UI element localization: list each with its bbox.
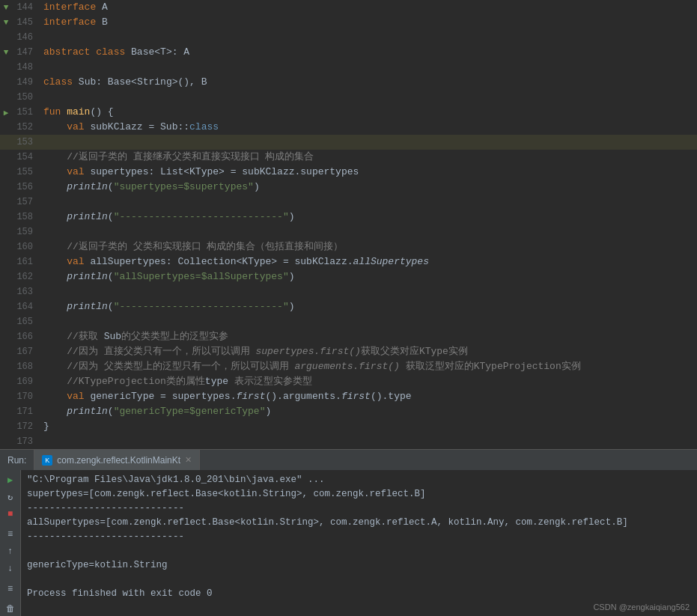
line-num-144: 144 (13, 2, 33, 13)
code-line-153: 153 (0, 135, 697, 150)
run-label: Run: (0, 450, 34, 470)
scroll-up-button[interactable]: ↑ (3, 545, 18, 559)
line-number-area-153: 153 (0, 135, 37, 150)
tab-close-icon[interactable]: ✕ (185, 455, 192, 465)
line-number-area-168: 168 (0, 359, 37, 374)
stop-button[interactable]: ■ (3, 507, 18, 522)
scroll-down-button[interactable]: ↓ (3, 561, 18, 576)
code-line-171: 171 println("genericType=$genericType") (0, 404, 697, 419)
line-content-164: println("----------------------------") (37, 299, 697, 314)
run-tab[interactable]: K com.zengk.reflect.KotlinMainKt ✕ (34, 450, 200, 470)
code-line-146: 146 (0, 30, 697, 45)
line-number-area-148: 148 (0, 60, 37, 75)
line-num-150: 150 (13, 92, 33, 103)
code-line-172: 172 } (0, 419, 697, 434)
line-num-163: 163 (13, 287, 33, 297)
line-content-149: class Sub: Base<String>(), B (37, 75, 697, 90)
line-num-148: 148 (13, 62, 33, 73)
console-line-6 (27, 544, 691, 558)
console-line-9: Process finished with exit code 0 (27, 587, 691, 601)
line-number-area-171: 171 (0, 404, 37, 419)
watermark: CSDN @zengkaiqiang562 (593, 603, 690, 612)
settings-button[interactable]: ≡ (3, 528, 18, 542)
line-num-145: 145 (13, 17, 33, 28)
console-sep-1: ---------------------------- (27, 503, 184, 513)
console-content: "C:\Program Files\Java\jdk1.8.0_201\bin\… (21, 470, 697, 616)
console-exit: Process finished with exit code 0 (27, 588, 213, 599)
trash-button[interactable]: 🗑 (3, 602, 18, 616)
line-content-144: interface A (37, 0, 697, 15)
console-line-4: allSupertypes=[com.zengk.reflect.Base<ko… (27, 516, 691, 530)
line-num-146: 146 (13, 32, 33, 43)
line-content-162: println("allSupertypes=$allSupertypes") (37, 269, 697, 284)
line-number-area-173: 173 (0, 434, 37, 449)
line-num-159: 159 (13, 227, 33, 237)
line-content-172: } (37, 419, 697, 434)
line-number-area-161: 161 (0, 254, 37, 269)
fold-icon-145[interactable]: ▼ (1, 18, 10, 27)
code-line-144: ▼ 144 interface A (0, 0, 697, 15)
line-number-area-163: 163 (0, 284, 37, 299)
rerun-button[interactable]: ↻ (3, 490, 18, 504)
line-content-171: println("genericType=$genericType") (37, 404, 697, 419)
code-line-168: 168 //因为 父类类型上的泛型只有一个，所以可以调用 arguements.… (0, 359, 697, 374)
code-line-160: 160 //返回子类的 父类和实现接口 构成的集合（包括直接和间接） (0, 240, 697, 254)
code-line-161: 161 val allSupertypes: Collection<KType>… (0, 254, 697, 269)
fold-icon-144[interactable]: ▼ (1, 3, 10, 12)
filter-button[interactable]: ≡ (3, 582, 18, 596)
line-num-170: 170 (13, 391, 33, 402)
line-content-145: interface B (37, 15, 697, 30)
line-number-area-149: 149 (0, 75, 37, 90)
console-line-1: "C:\Program Files\Java\jdk1.8.0_201\bin\… (27, 473, 691, 487)
console-allsupertypes: allSupertypes=[com.zengk.reflect.Base<ko… (27, 517, 628, 528)
line-number-area-155: 155 (0, 165, 37, 180)
line-num-162: 162 (13, 272, 33, 282)
code-line-147: ▼ 147 abstract class Base<T>: A (0, 45, 697, 60)
code-line-145: ▼ 145 interface B (0, 15, 697, 30)
tab-bar: Run: K com.zengk.reflect.KotlinMainKt ✕ (0, 449, 697, 470)
run-icon-151[interactable]: ▶ (1, 108, 10, 117)
line-num-168: 168 (13, 362, 33, 372)
line-number-area-169: 169 (0, 374, 37, 389)
line-content-169: //KTypeProjection类的属性type 表示泛型实参类型 (37, 374, 697, 389)
code-line-151: ▶ 151 fun main() { (0, 105, 697, 120)
line-content-152: val subKClazz = Sub::class (37, 120, 697, 135)
console-line-5: ---------------------------- (27, 530, 691, 544)
line-number-area-150: 150 (0, 90, 37, 105)
tab-icon: K (42, 455, 52, 466)
console-line-2: supertypes=[com.zengk.reflect.Base<kotli… (27, 487, 691, 501)
line-number-area-157: 157 (0, 195, 37, 210)
line-content-168: //因为 父类类型上的泛型只有一个，所以可以调用 arguements.firs… (37, 359, 697, 374)
line-number-area-151: ▶ 151 (0, 105, 37, 120)
line-num-154: 154 (13, 152, 33, 162)
code-line-162: 162 println("allSupertypes=$allSupertype… (0, 269, 697, 284)
line-num-147: 147 (13, 47, 33, 58)
line-content-147: abstract class Base<T>: A (37, 45, 697, 60)
code-line-152: 152 val subKClazz = Sub::class (0, 120, 697, 135)
line-content-158: println("----------------------------") (37, 210, 697, 225)
line-number-area-164: 164 (0, 299, 37, 314)
line-content-159 (37, 225, 697, 240)
line-number-area-146: 146 (0, 30, 37, 45)
run-button[interactable]: ▶ (3, 473, 18, 487)
code-line-149: 149 class Sub: Base<String>(), B (0, 75, 697, 90)
line-content-154: //返回子类的 直接继承父类和直接实现接口 构成的集合 (37, 150, 697, 165)
line-number-area-160: 160 (0, 240, 37, 254)
line-num-172: 172 (13, 421, 33, 432)
code-line-169: 169 //KTypeProjection类的属性type 表示泛型实参类型 (0, 374, 697, 389)
line-content-150 (37, 90, 697, 105)
line-number-area-154: 154 (0, 150, 37, 165)
console-area: ▶ ↻ ■ ≡ ↑ ↓ ≡ 🗑 "C:\Program Files\Java\j… (0, 470, 697, 616)
line-content-166: //获取 Sub的父类类型上的泛型实参 (37, 329, 697, 344)
line-num-151: 151 (13, 107, 33, 118)
console-supertypes: supertypes=[com.zengk.reflect.Base<kotli… (27, 489, 426, 499)
line-number-area-165: 165 (0, 314, 37, 329)
console-line-8 (27, 573, 691, 587)
line-content-160: //返回子类的 父类和实现接口 构成的集合（包括直接和间接） (37, 240, 697, 254)
line-content-148 (37, 60, 697, 75)
code-line-150: 150 (0, 90, 697, 105)
line-number-area-156: 156 (0, 180, 37, 195)
line-number-area-159: 159 (0, 225, 37, 240)
fold-icon-147[interactable]: ▼ (1, 48, 10, 57)
code-lines: ▼ 144 interface A ▼ 145 interface B 146 … (0, 0, 697, 449)
